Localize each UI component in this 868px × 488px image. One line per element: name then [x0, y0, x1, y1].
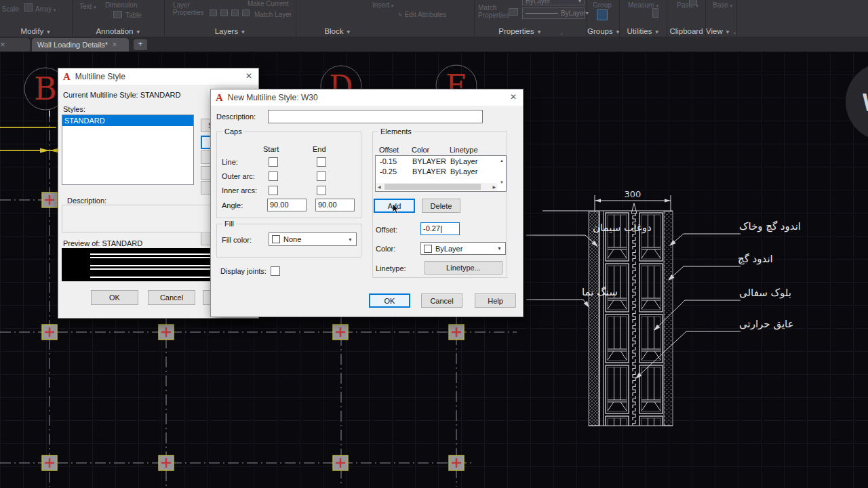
- ribbon-label-modify[interactable]: Modify ▼: [0, 27, 72, 35]
- new-tab-button[interactable]: +: [134, 39, 147, 50]
- insert-button[interactable]: Insert ▾: [372, 1, 393, 9]
- element-linetype: ByLayer: [450, 167, 477, 176]
- element-color-dropdown[interactable]: ByLayer ▼: [420, 242, 506, 255]
- color-label: Color:: [376, 245, 395, 253]
- angle-end-input[interactable]: 90.00: [315, 199, 355, 211]
- ribbon-label-properties[interactable]: Properties ▼ ⌟: [475, 27, 587, 35]
- scroll-right-icon[interactable]: ▶: [492, 184, 496, 189]
- dialog1-title-bar[interactable]: A Multiline Style ✕: [58, 68, 258, 85]
- label-cement-grout: دوغاب سيمان: [593, 222, 652, 234]
- base-button[interactable]: Base ▾: [713, 1, 732, 9]
- match-properties-button[interactable]: Match Properties: [478, 4, 507, 19]
- line-end-checkbox[interactable]: [317, 157, 326, 167]
- element-color: BYLAYER: [412, 157, 446, 165]
- table-button[interactable]: Table: [125, 12, 142, 19]
- dialog2-cancel-button[interactable]: Cancel: [421, 293, 462, 308]
- horizontal-scrollbar[interactable]: ◀ ▶: [376, 183, 497, 190]
- inner-arcs-start-checkbox[interactable]: [269, 186, 278, 195]
- linetype-dropdown[interactable]: ByLayer▾: [522, 7, 585, 19]
- caps-line-label: Line:: [222, 158, 238, 166]
- dialog2-help-button[interactable]: Help: [475, 293, 516, 308]
- calculator-icon: [652, 8, 658, 18]
- scrollbar-thumb[interactable]: [384, 184, 481, 190]
- dialog2-ok-button[interactable]: OK: [369, 293, 410, 308]
- angle-label: Angle:: [222, 201, 243, 209]
- outer-arc-start-checkbox[interactable]: [269, 171, 278, 181]
- clay-block-column-right: [638, 211, 664, 426]
- dialog1-close-icon[interactable]: ✕: [245, 71, 252, 81]
- layer-off-icon: [242, 9, 250, 16]
- match-layer-button[interactable]: Match Layer: [254, 11, 292, 18]
- scroll-up-icon[interactable]: ▲: [500, 159, 504, 163]
- ribbon-label-groups[interactable]: Groups ▼: [587, 27, 619, 35]
- watermark-letter: W: [863, 89, 868, 117]
- insulation-zigzag: [630, 213, 638, 426]
- ribbon-panel-annotation: Text ▾ Dimension Table Annotation ▼: [73, 0, 165, 37]
- chevron-down-icon: ▼: [497, 246, 502, 251]
- ribbon-panel-block: Insert ▾ ✎ Edit Attributes Block ▼: [296, 0, 475, 37]
- ribbon-panel-view: Base ▾ View ▼ ⌄: [706, 0, 737, 37]
- bubble-letter-b: B: [34, 70, 57, 107]
- element-color-value: ByLayer: [435, 245, 462, 253]
- ribbon-label-utilities[interactable]: Utilities ▼: [620, 27, 667, 35]
- label-clay-block: بلوک سفالی: [739, 287, 791, 299]
- delete-element-button[interactable]: Delete: [422, 199, 460, 213]
- clay-block-column-left: [604, 211, 630, 426]
- layer-properties-button[interactable]: Layer Properties: [173, 1, 204, 16]
- inner-arcs-end-checkbox[interactable]: [317, 186, 326, 195]
- tab-ghost-close-icon[interactable]: ✕: [0, 41, 5, 48]
- element-linetype: ByLayer: [450, 157, 477, 165]
- array-button[interactable]: Array ▾: [35, 5, 56, 13]
- offset-label: Offset:: [376, 226, 397, 234]
- tab-close-icon[interactable]: ✕: [112, 41, 117, 48]
- dimension-button[interactable]: Dimension: [105, 1, 137, 9]
- fill-color-dropdown[interactable]: None ▼: [269, 232, 357, 246]
- ribbon-label-annotation[interactable]: Annotation ▼: [73, 27, 164, 35]
- caps-inner-arcs-label: Inner arcs:: [222, 186, 257, 195]
- ribbon-panel-modify: Scale Array ▾ Modify ▼: [0, 0, 73, 37]
- label-gypsum-soil-plaster: اندود گچ وخاک: [739, 220, 801, 232]
- offset-input[interactable]: -0.27: [420, 222, 460, 235]
- dialog1-ok-button[interactable]: OK: [91, 290, 138, 305]
- line-start-checkbox[interactable]: [269, 157, 278, 167]
- color-dropdown[interactable]: ByLayer▾: [522, 0, 585, 5]
- angle-start-input[interactable]: 90.00: [267, 199, 307, 211]
- tab-ghost[interactable]: * ✕: [0, 38, 30, 52]
- make-current-button[interactable]: Make Current: [248, 0, 289, 7]
- add-button[interactable]: Add: [374, 199, 415, 213]
- label-facing-stone: سنگ نما: [582, 286, 618, 298]
- group-button[interactable]: Group: [593, 1, 612, 9]
- label-thermal-insulation: عایق حرارتی: [739, 318, 794, 330]
- elements-group-label: Elements: [378, 127, 414, 136]
- outer-arc-end-checkbox[interactable]: [317, 171, 326, 181]
- text-button[interactable]: Text ▾: [79, 3, 96, 10]
- group-icon[interactable]: [597, 9, 608, 20]
- dimension-text: 300: [625, 189, 642, 199]
- linetype-button[interactable]: Linetype...: [425, 261, 502, 274]
- tab-wall-loading-details[interactable]: Wall Loading Details* ✕: [32, 38, 129, 52]
- autocad-window: Scale Array ▾ Modify ▼ Text ▾ Dimension …: [0, 0, 868, 488]
- mouse-cursor-icon: [393, 204, 400, 214]
- display-joints-label: Display joints:: [220, 267, 267, 275]
- style-item-standard[interactable]: STANDARD: [62, 115, 193, 126]
- current-style-label: Current Multiline Style: STANDARD: [63, 91, 180, 99]
- scale-button[interactable]: Scale: [2, 5, 19, 13]
- caps-outer-arc-label: Outer arc:: [222, 172, 255, 180]
- element-offset: -0.25: [380, 167, 397, 176]
- dialog2-title-bar[interactable]: A New Multiline Style: W30 ✕: [211, 89, 523, 106]
- caps-end-header: End: [313, 145, 326, 153]
- file-tab-bar: * ✕ Wall Loading Details* ✕ +: [0, 37, 868, 52]
- display-joints-checkbox[interactable]: [271, 266, 280, 276]
- styles-listbox[interactable]: STANDARD: [62, 115, 194, 185]
- scroll-down-icon[interactable]: ▼: [500, 180, 504, 184]
- dialog2-close-icon[interactable]: ✕: [510, 92, 517, 102]
- elements-listbox[interactable]: -0.15 BYLAYER ByLayer -0.25 BYLAYER ByLa…: [375, 155, 507, 192]
- ribbon-label-block[interactable]: Block ▼: [249, 27, 427, 35]
- scroll-left-icon[interactable]: ◀: [378, 184, 381, 189]
- table-icon: [113, 11, 122, 18]
- dialog1-cancel-button[interactable]: Cancel: [148, 290, 195, 305]
- ribbon-label-view[interactable]: View ▼ ⌄: [706, 27, 736, 35]
- description-input[interactable]: [268, 110, 483, 123]
- ribbon-label-clipboard[interactable]: Clipboard: [667, 27, 705, 35]
- edit-attributes-button[interactable]: ✎ Edit Attributes: [398, 11, 446, 18]
